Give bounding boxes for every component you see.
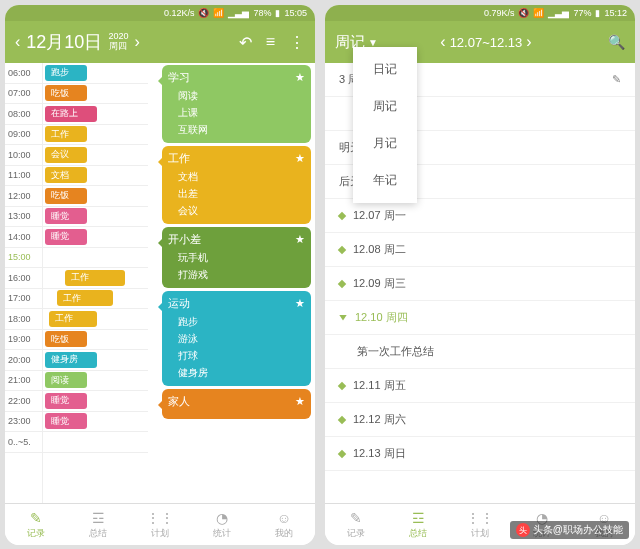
bullet-icon xyxy=(338,211,346,219)
category-item[interactable]: 文档 xyxy=(178,170,305,184)
event-chip[interactable]: 睡觉 xyxy=(45,413,87,429)
dropdown-item[interactable]: 日记 xyxy=(353,51,417,88)
event-chip[interactable]: 睡觉 xyxy=(45,393,87,409)
star-icon[interactable]: ★ xyxy=(295,233,305,246)
category-card[interactable]: 工作★文档出差会议 xyxy=(162,146,311,224)
category-item[interactable]: 阅读 xyxy=(178,89,305,103)
time-label: 13:00 xyxy=(5,207,42,228)
event-slot[interactable]: 文档 xyxy=(43,166,148,187)
event-chip[interactable]: 工作 xyxy=(45,126,87,142)
event-slot[interactable]: 睡觉 xyxy=(43,412,148,433)
list-icon[interactable]: ≡ xyxy=(266,33,275,51)
list-row[interactable]: 12.08 周二 xyxy=(325,233,635,267)
nav-总结[interactable]: ☲总结 xyxy=(67,504,129,545)
time-label: 15:00 xyxy=(5,248,42,269)
event-chip[interactable]: 跑步 xyxy=(45,65,87,81)
list-row[interactable]: 12.07 周一 xyxy=(325,199,635,233)
category-card[interactable]: 开小差★玩手机打游戏 xyxy=(162,227,311,288)
nav-icon: ⋮⋮ xyxy=(466,510,494,526)
event-chip[interactable]: 文档 xyxy=(45,167,87,183)
event-slot[interactable]: 睡觉 xyxy=(43,391,148,412)
category-item[interactable]: 打球 xyxy=(178,349,305,363)
event-chip[interactable]: 健身房 xyxy=(45,352,97,368)
time-label: 07:00 xyxy=(5,84,42,105)
category-card[interactable]: 家人★ xyxy=(162,389,311,419)
nav-总结[interactable]: ☲总结 xyxy=(387,504,449,545)
event-chip[interactable]: 阅读 xyxy=(45,372,87,388)
category-item[interactable]: 玩手机 xyxy=(178,251,305,265)
bullet-icon xyxy=(338,381,346,389)
undo-icon[interactable]: ↶ xyxy=(239,33,252,52)
category-item[interactable]: 上课 xyxy=(178,106,305,120)
nav-计划[interactable]: ⋮⋮计划 xyxy=(129,504,191,545)
event-slot[interactable]: 工作 xyxy=(43,289,148,310)
category-card[interactable]: 学习★阅读上课互联网 xyxy=(162,65,311,143)
event-chip[interactable]: 会议 xyxy=(45,147,87,163)
time-label: 0..~5. xyxy=(5,432,42,453)
events-column: 跑步吃饭在路上工作会议文档吃饭睡觉睡觉工作工作工作吃饭健身房阅读睡觉睡觉 xyxy=(43,63,148,503)
category-card[interactable]: 运动★跑步游泳打球健身房 xyxy=(162,291,311,386)
event-slot[interactable]: 睡觉 xyxy=(43,207,148,228)
event-slot[interactable]: 健身房 xyxy=(43,350,148,371)
star-icon[interactable]: ★ xyxy=(295,71,305,84)
event-chip[interactable]: 工作 xyxy=(49,311,97,327)
date-range[interactable]: 12.07~12.13 xyxy=(450,35,523,50)
bullet-icon xyxy=(338,245,346,253)
more-icon[interactable]: ⋮ xyxy=(289,33,305,52)
category-item[interactable]: 游泳 xyxy=(178,332,305,346)
event-slot[interactable]: 吃饭 xyxy=(43,330,148,351)
edit-icon[interactable]: ✎ xyxy=(612,73,621,86)
star-icon[interactable]: ★ xyxy=(295,152,305,165)
event-chip[interactable]: 吃饭 xyxy=(45,188,87,204)
star-icon[interactable]: ★ xyxy=(295,297,305,310)
event-chip[interactable]: 工作 xyxy=(57,290,113,306)
list-row[interactable]: 12.11 周五 xyxy=(325,369,635,403)
prev-day-button[interactable]: ‹ xyxy=(15,33,20,51)
time-label: 17:00 xyxy=(5,289,42,310)
category-item[interactable]: 互联网 xyxy=(178,123,305,137)
event-slot[interactable]: 吃饭 xyxy=(43,186,148,207)
event-slot[interactable]: 跑步 xyxy=(43,63,148,84)
event-slot[interactable]: 会议 xyxy=(43,145,148,166)
star-icon[interactable]: ★ xyxy=(295,395,305,408)
event-slot[interactable]: 睡觉 xyxy=(43,227,148,248)
dropdown-item[interactable]: 年记 xyxy=(353,162,417,199)
event-chip[interactable]: 睡觉 xyxy=(45,208,87,224)
event-slot[interactable]: 阅读 xyxy=(43,371,148,392)
list-row[interactable]: 12.12 周六 xyxy=(325,403,635,437)
event-slot[interactable]: 工作 xyxy=(43,125,148,146)
category-item[interactable]: 跑步 xyxy=(178,315,305,329)
dropdown-item[interactable]: 周记 xyxy=(353,88,417,125)
next-day-button[interactable]: › xyxy=(134,33,139,51)
event-slot[interactable] xyxy=(43,432,148,453)
category-item[interactable]: 会议 xyxy=(178,204,305,218)
list-row[interactable]: 第一次工作总结 xyxy=(325,335,635,369)
search-icon[interactable]: 🔍 xyxy=(608,34,625,50)
category-item[interactable]: 出差 xyxy=(178,187,305,201)
list-row[interactable]: 12.13 周日 xyxy=(325,437,635,471)
event-chip[interactable]: 吃饭 xyxy=(45,331,87,347)
event-chip[interactable]: 工作 xyxy=(65,270,125,286)
prev-range-button[interactable]: ‹ xyxy=(440,33,445,51)
next-range-button[interactable]: › xyxy=(526,33,531,51)
event-slot[interactable]: 吃饭 xyxy=(43,84,148,105)
nav-统计[interactable]: ◔统计 xyxy=(191,504,253,545)
event-chip[interactable]: 吃饭 xyxy=(45,85,87,101)
date-title[interactable]: 12月10日 xyxy=(26,30,102,54)
dropdown-item[interactable]: 月记 xyxy=(353,125,417,162)
category-item[interactable]: 打游戏 xyxy=(178,268,305,282)
event-slot[interactable]: 工作 xyxy=(43,268,148,289)
event-slot[interactable]: 在路上 xyxy=(43,104,148,125)
event-slot[interactable] xyxy=(43,248,148,269)
event-slot[interactable]: 工作 xyxy=(43,309,148,330)
nav-记录[interactable]: ✎记录 xyxy=(325,504,387,545)
list-label: 12.07 周一 xyxy=(353,208,406,223)
list-row[interactable]: 12.10 周四 xyxy=(325,301,635,335)
event-chip[interactable]: 睡觉 xyxy=(45,229,87,245)
event-chip[interactable]: 在路上 xyxy=(45,106,97,122)
category-item[interactable]: 健身房 xyxy=(178,366,305,380)
nav-计划[interactable]: ⋮⋮计划 xyxy=(449,504,511,545)
list-row[interactable]: 12.09 周三 xyxy=(325,267,635,301)
nav-我的[interactable]: ☺我的 xyxy=(253,504,315,545)
nav-记录[interactable]: ✎记录 xyxy=(5,504,67,545)
